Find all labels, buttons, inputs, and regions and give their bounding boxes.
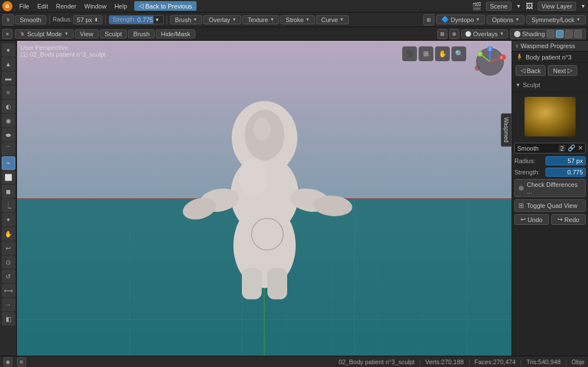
- tool-scrape[interactable]: ⎿: [2, 199, 15, 212]
- tool-grab[interactable]: ✋: [2, 227, 15, 241]
- tool-fill[interactable]: ◼: [2, 185, 15, 198]
- redo-icon: ↪: [557, 216, 563, 223]
- brush-link-icon[interactable]: 🔗: [568, 144, 576, 152]
- check-differences-button[interactable]: ⊕ Check Differences ...: [514, 179, 586, 197]
- menu-render[interactable]: Render: [53, 2, 80, 11]
- waspmed-side-tab[interactable]: Waspmed: [501, 113, 512, 147]
- tool-draw-sharp[interactable]: ▲: [2, 57, 15, 71]
- brush-tab[interactable]: Brush: [128, 29, 155, 39]
- pan-btn[interactable]: ✋: [435, 46, 450, 61]
- tool-mask[interactable]: ◧: [2, 312, 15, 326]
- object-name-row: 🧍 Body patient n°3: [512, 52, 588, 63]
- status-object-info: 02_Body patient n°3_sculpt: [339, 359, 415, 365]
- menu-window[interactable]: Window: [81, 2, 110, 11]
- strength-field-value[interactable]: 0.775: [546, 168, 586, 177]
- toolbar-row: 🖱 Smooth Radius: 57 px ⬍ Strength: 0.775…: [0, 12, 588, 27]
- status-right: 02_Body patient n°3_sculpt | Verts:270,1…: [339, 359, 585, 365]
- overlays-button[interactable]: ⚪ Overlays ▼: [461, 29, 508, 39]
- smooth-brush-btn[interactable]: Smooth: [15, 15, 46, 24]
- tool-thumb[interactable]: ⊙: [2, 255, 15, 269]
- next-button[interactable]: Next ▷: [548, 65, 577, 76]
- radius-field-value[interactable]: 57 px: [546, 156, 586, 165]
- curve-dropdown[interactable]: Curve ▼: [316, 15, 349, 24]
- menu-file[interactable]: File: [16, 2, 33, 11]
- redo-button[interactable]: ↪ Redo: [551, 214, 586, 225]
- radius-field[interactable]: 57 px ⬍: [73, 15, 103, 24]
- viewport[interactable]: User Perspective (1) 02_Body patient n°3…: [17, 41, 512, 356]
- sculpt-label: Sculpt: [523, 82, 540, 88]
- viewport-overlay: User Perspective (1) 02_Body patient n°3…: [20, 44, 106, 58]
- brush-num-label: 2: [559, 145, 565, 152]
- radius-field-label: Radius:: [514, 157, 546, 164]
- tool-flatten[interactable]: ⬜: [2, 170, 15, 184]
- tool-smooth[interactable]: ~: [2, 156, 15, 170]
- status-separator3: |: [520, 359, 522, 365]
- shading-opt3[interactable]: [565, 30, 573, 38]
- status-icon-btn2[interactable]: ⊕: [17, 357, 26, 366]
- scene-selector-box[interactable]: Scene: [486, 2, 512, 11]
- options-dropdown[interactable]: Options ▼: [487, 15, 525, 24]
- viewport-menu-icon[interactable]: ≡: [2, 29, 12, 39]
- texture-dropdown[interactable]: Texture ▼: [242, 15, 279, 24]
- view-layer-box[interactable]: View Layer: [538, 2, 576, 11]
- status-tris: Tris:540,948: [526, 359, 561, 365]
- sculpt-thumbnail[interactable]: [525, 97, 576, 136]
- shading-button[interactable]: ⬤ Shading: [510, 29, 586, 39]
- overlay-dropdown[interactable]: Overlay ▼: [203, 15, 241, 24]
- back-to-previous-label: Back to Previous: [146, 3, 193, 10]
- status-icon-btn[interactable]: ◉: [3, 357, 12, 366]
- shading-opt4[interactable]: [574, 30, 582, 38]
- zoom-btn[interactable]: 🔍: [451, 46, 466, 61]
- dyntopo-chevron: ▼: [476, 17, 480, 22]
- axes-gizmo[interactable]: X Y Z: [475, 46, 506, 78]
- tool-inflate[interactable]: ◉: [2, 114, 15, 127]
- svg-text:X: X: [500, 56, 503, 59]
- tool-rotate[interactable]: ↺: [2, 270, 15, 283]
- toggle-quad-view-button[interactable]: ⊞ Toggle Quad View: [514, 199, 586, 212]
- undo-button[interactable]: ↩ Undo: [514, 214, 549, 225]
- viewport-controls: 🎥 ⊞ ✋ 🔍: [402, 46, 466, 61]
- tool-snake-hook[interactable]: ↩: [2, 241, 15, 255]
- tool-nudge[interactable]: →: [2, 298, 15, 311]
- menu-edit[interactable]: Edit: [34, 2, 52, 11]
- back-button[interactable]: ◁ Back: [515, 65, 546, 76]
- back-arrow-icon: ◁: [521, 67, 525, 74]
- stroke-chevron: ▼: [305, 17, 310, 22]
- camera-btn[interactable]: 🎥: [402, 46, 417, 61]
- hide-mask-tab[interactable]: Hide/Mask: [156, 29, 195, 39]
- strength-field-label: Strength:: [514, 169, 546, 176]
- back-to-previous-button[interactable]: ◁ Back to Previous: [134, 1, 197, 11]
- strength-field[interactable]: Strength: 0.775 ▼: [109, 15, 164, 24]
- object-label: (1) 02_Body patient n°3_sculpt: [20, 51, 106, 58]
- tool-layer[interactable]: ◐: [2, 100, 15, 113]
- menu-help[interactable]: Help: [111, 2, 131, 11]
- grid-btn[interactable]: ⊞: [419, 46, 433, 61]
- tool-crease[interactable]: ⌒: [2, 142, 15, 156]
- mode-icon: 🖱: [2, 14, 14, 25]
- viewport-options-icon[interactable]: ⊞: [423, 14, 434, 25]
- shading-opt2[interactable]: [556, 30, 564, 38]
- left-sidebar: ● ▲ ▬ ≡ ◐ ◉ ⬬ ⌒ ~ ⬜ ◼ ⎿ ✦ ✋ ↩ ⊙ ↺ ⟷ → ◧: [0, 41, 17, 356]
- sculpt-tab[interactable]: Sculpt: [100, 29, 127, 39]
- panel-waspmed-header: ⚕ Waspmed Progress: [512, 41, 588, 52]
- stroke-dropdown[interactable]: Stroke ▼: [280, 15, 315, 24]
- tool-pinch[interactable]: ✦: [2, 213, 15, 227]
- main-area: ● ▲ ▬ ≡ ◐ ◉ ⬬ ⌒ ~ ⬜ ◼ ⎿ ✦ ✋ ↩ ⊙ ↺ ⟷ → ◧: [0, 41, 588, 356]
- dyntopo-dropdown[interactable]: 🔷 Dyntopo ▼: [436, 15, 485, 24]
- gizmo-icon[interactable]: ⊕: [449, 29, 459, 39]
- tool-draw[interactable]: ●: [2, 43, 15, 57]
- sculpt-mode-dropdown[interactable]: 🖱 Sculpt Mode ▼: [15, 29, 74, 39]
- brush-close-btn[interactable]: ✕: [578, 144, 583, 152]
- view-tab[interactable]: View: [75, 29, 99, 39]
- tool-clay[interactable]: ▬: [2, 71, 15, 85]
- svg-point-16: [239, 158, 267, 198]
- brush-dropdown[interactable]: Brush ▼: [170, 15, 203, 24]
- symmetry-dropdown[interactable]: Symmetry/Lock ▼: [526, 15, 586, 24]
- editor-type-icon[interactable]: ⊠: [437, 29, 448, 39]
- shading-opt1[interactable]: [547, 30, 555, 38]
- tool-blob[interactable]: ⬬: [2, 128, 15, 142]
- tool-slide[interactable]: ⟷: [2, 284, 15, 297]
- svg-point-28: [475, 65, 480, 71]
- tool-clay-strips[interactable]: ≡: [2, 86, 15, 99]
- check-diff-icon: ⊕: [518, 184, 524, 192]
